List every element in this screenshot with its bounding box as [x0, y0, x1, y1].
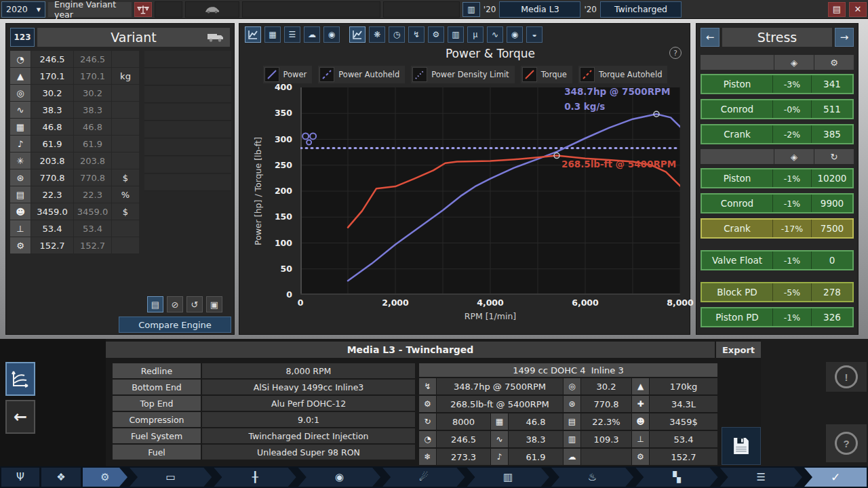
stress-row-conrod[interactable]: Conrod-0%511: [701, 99, 854, 119]
stress-margin-value: -1%: [772, 251, 811, 269]
nav-engine-family[interactable]: ❖: [41, 468, 81, 487]
dyno-view-button[interactable]: [5, 362, 35, 396]
save-state-button[interactable]: ▣: [206, 296, 222, 312]
undo-button[interactable]: ↺: [186, 296, 203, 312]
legend-label: Power Autoheld: [338, 70, 399, 79]
stat-unit: [112, 220, 139, 237]
nav-fuel-system[interactable]: ☄: [382, 468, 465, 487]
knock-graph-button[interactable]: ∿: [487, 26, 503, 43]
close-button[interactable]: ✕: [849, 2, 867, 17]
friction-graph-button[interactable]: µ: [467, 26, 484, 43]
stress-row-valve-float[interactable]: Valve Float-1%0: [701, 250, 854, 270]
nav-confirm[interactable]: ✓: [804, 468, 867, 487]
turbo-view-button[interactable]: ◉: [323, 26, 340, 43]
flow-view-button[interactable]: ☁: [304, 26, 320, 43]
nav-markets[interactable]: Ψ: [1, 468, 39, 487]
tutorial-help-button[interactable]: ?: [826, 424, 867, 462]
stress-row-block-pd[interactable]: Block PD-5%278: [701, 282, 854, 302]
chart-icon: [11, 369, 30, 388]
stress-row-piston-pd[interactable]: Piston PD-1%326: [701, 307, 854, 327]
nav-fuel-icon: ▥: [503, 471, 513, 483]
power-icon: ↯: [419, 378, 436, 394]
stat-unit: [112, 51, 139, 67]
rpm-graph-button[interactable]: ◉: [507, 26, 523, 43]
nav-fuel[interactable]: ▥: [467, 468, 549, 487]
prev-page-button[interactable]: ←: [701, 28, 719, 47]
empty-list-row: [144, 139, 231, 156]
legal-scales-button[interactable]: [134, 2, 152, 17]
stress-margin-value: -3%: [772, 75, 811, 93]
spark-graph-button[interactable]: ↯: [408, 26, 425, 43]
numeric-mode-button[interactable]: 123: [10, 28, 35, 47]
x-tick-label: 8,000: [661, 298, 699, 308]
legend-torque[interactable]: Torque: [521, 66, 572, 83]
summary-value: 770.8: [581, 396, 631, 412]
fuel-graph-button[interactable]: ▥: [448, 26, 464, 43]
legend-label: Power: [283, 70, 307, 79]
torque-icon: ⚙: [419, 396, 436, 412]
stress-row-piston[interactable]: Piston-1%10200: [701, 168, 854, 188]
stress-part-label: Conrod: [702, 100, 772, 118]
nav-aspiration[interactable]: ◉: [298, 468, 380, 487]
table-view-button[interactable]: ☰: [284, 26, 300, 43]
airflow-graph-button[interactable]: ❋: [369, 26, 385, 43]
summary-row: ⚙268.5lb-ft @ 5400RPM⊛770.8✚34.3L: [419, 396, 717, 412]
stress-row-conrod[interactable]: Conrod-1%9900: [701, 193, 854, 214]
save-button[interactable]: [722, 427, 761, 465]
family-tab[interactable]: Media L3: [499, 1, 580, 18]
nav-engine-variant[interactable]: ⚙: [83, 468, 127, 487]
export-button[interactable]: Export: [716, 342, 761, 358]
stress-header-blank: [701, 149, 774, 164]
y-tick-label: 150: [275, 211, 292, 222]
stress-header-row: ◈⚙: [701, 55, 854, 70]
quad-view-button[interactable]: ▦: [264, 26, 281, 43]
engine-variant-year-select[interactable]: 2020 ▾: [1, 1, 45, 18]
stress-row-crank[interactable]: Crank-2%385: [701, 124, 854, 144]
stress-row-crank[interactable]: Crank-17%7500: [701, 218, 854, 239]
stress-part-label: Crank: [702, 125, 772, 143]
compare-engine-button[interactable]: Compare Engine: [119, 317, 231, 333]
stress-row-piston[interactable]: Piston-3%341: [701, 74, 854, 94]
spec-row-bottom-end: Bottom EndAlSi Heavy 1499cc Inline3: [113, 380, 415, 394]
graphs-view-button[interactable]: [245, 26, 261, 43]
truck-icon[interactable]: [207, 32, 224, 43]
warning-button[interactable]: !: [826, 362, 867, 392]
stress-panel-title: Stress: [722, 28, 832, 47]
nav-exhaust[interactable]: ♨: [551, 468, 633, 487]
power-graph-button[interactable]: [349, 26, 366, 43]
manager-list-button[interactable]: ▤: [828, 2, 846, 17]
legend-torque-autoheld[interactable]: Torque Autoheld: [578, 66, 668, 83]
summary-value: 170kg: [650, 378, 717, 394]
nav-dyno[interactable]: ☰: [720, 468, 802, 487]
year-value: 2020: [6, 4, 28, 14]
stress-margin-value: -5%: [772, 283, 811, 301]
help-icon[interactable]: ?: [669, 47, 682, 59]
cancel-button[interactable]: ⊘: [167, 296, 183, 312]
next-page-button[interactable]: →: [835, 28, 854, 47]
stress-gap: [701, 243, 854, 250]
legend-power[interactable]: Power: [263, 66, 313, 83]
legend-power-density-limit[interactable]: Power Density Limit: [411, 66, 514, 83]
tools-graph-button[interactable]: ⚙: [428, 26, 444, 43]
legend-power-autoheld[interactable]: Power Autoheld: [318, 66, 405, 83]
back-button[interactable]: ←: [5, 400, 35, 434]
stat-unit: $: [112, 203, 139, 220]
stress-panel-header: ← Stress →: [701, 28, 854, 47]
empty-list-row: [144, 104, 231, 121]
dyno-plot: 348.7hp @ 7500RPM0.3 kg/s268.5lb-ft @ 54…: [300, 87, 680, 295]
head-graph-button[interactable]: ◒: [526, 26, 542, 43]
nav-bottom-end[interactable]: ▭: [130, 468, 212, 487]
notes-button[interactable]: ▤: [147, 296, 163, 312]
variant-stat-row: ⚙152.7152.7: [10, 237, 139, 253]
stress-header-blank: [701, 55, 774, 70]
variant-tab[interactable]: Twincharged: [600, 1, 682, 18]
legend-swatch: [412, 67, 427, 82]
nav-testing[interactable]: ▚: [635, 468, 717, 487]
empty-list-row: [144, 121, 231, 138]
nav-top-end[interactable]: ╂: [214, 468, 296, 487]
stat-value: 38.3: [31, 102, 73, 118]
y-tick-label: 350: [275, 108, 292, 118]
stress-limit-value: 341: [811, 75, 852, 93]
boost-graph-button[interactable]: ◷: [389, 26, 405, 43]
stress-limit-value: 0: [811, 251, 852, 269]
